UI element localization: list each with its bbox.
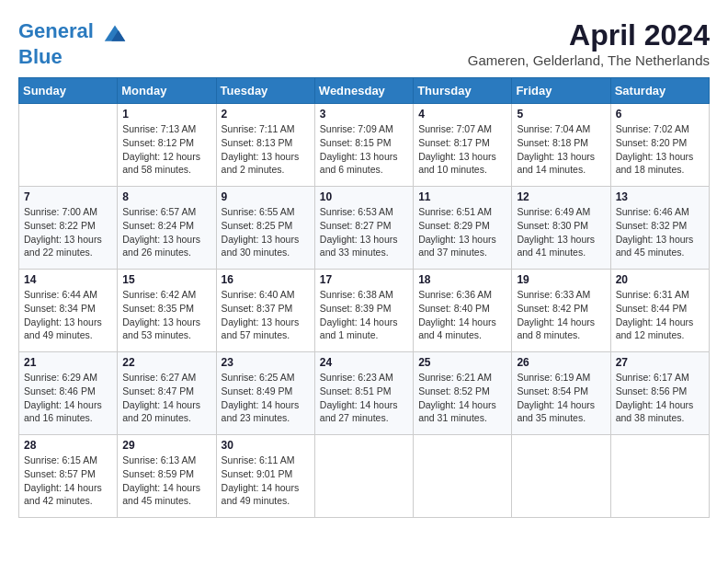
- day-info: Sunrise: 6:36 AM Sunset: 8:40 PM Dayligh…: [418, 288, 506, 342]
- calendar-cell: 25Sunrise: 6:21 AM Sunset: 8:52 PM Dayli…: [414, 352, 512, 435]
- calendar-cell: 27Sunrise: 6:17 AM Sunset: 8:56 PM Dayli…: [610, 352, 709, 435]
- logo-text: General: [18, 18, 129, 46]
- calendar-cell: 10Sunrise: 6:53 AM Sunset: 8:27 PM Dayli…: [314, 187, 413, 270]
- calendar-cell: [414, 435, 512, 518]
- day-number: 6: [616, 108, 704, 121]
- day-number: 1: [122, 108, 210, 121]
- logo: General Blue: [18, 18, 129, 68]
- day-info: Sunrise: 6:27 AM Sunset: 8:47 PM Dayligh…: [122, 371, 210, 425]
- calendar-cell: 23Sunrise: 6:25 AM Sunset: 8:49 PM Dayli…: [216, 352, 314, 435]
- weekday-header-friday: Friday: [512, 78, 610, 104]
- day-number: 21: [24, 356, 112, 369]
- day-number: 17: [320, 273, 408, 286]
- day-info: Sunrise: 7:04 AM Sunset: 8:18 PM Dayligh…: [517, 122, 605, 177]
- day-info: Sunrise: 6:38 AM Sunset: 8:39 PM Dayligh…: [320, 288, 408, 342]
- weekday-header-sunday: Sunday: [19, 78, 118, 104]
- title-block: April 2024 Gameren, Gelderland, The Neth…: [468, 18, 710, 68]
- day-info: Sunrise: 7:09 AM Sunset: 8:15 PM Dayligh…: [320, 122, 408, 177]
- day-number: 13: [616, 190, 704, 203]
- day-info: Sunrise: 6:51 AM Sunset: 8:29 PM Dayligh…: [418, 205, 506, 259]
- calendar-table: SundayMondayTuesdayWednesdayThursdayFrid…: [18, 77, 710, 518]
- calendar-cell: 4Sunrise: 7:07 AM Sunset: 8:17 PM Daylig…: [414, 104, 512, 187]
- calendar-cell: 18Sunrise: 6:36 AM Sunset: 8:40 PM Dayli…: [414, 270, 512, 352]
- calendar-cell: 13Sunrise: 6:46 AM Sunset: 8:32 PM Dayli…: [610, 187, 709, 270]
- calendar-cell: 14Sunrise: 6:44 AM Sunset: 8:34 PM Dayli…: [19, 270, 118, 352]
- weekday-header-monday: Monday: [118, 78, 216, 104]
- day-number: 19: [517, 273, 605, 286]
- day-info: Sunrise: 6:46 AM Sunset: 8:32 PM Dayligh…: [616, 205, 704, 259]
- day-number: 14: [24, 273, 112, 286]
- day-info: Sunrise: 6:49 AM Sunset: 8:30 PM Dayligh…: [517, 205, 605, 259]
- day-number: 25: [418, 356, 506, 369]
- day-info: Sunrise: 6:19 AM Sunset: 8:54 PM Dayligh…: [517, 371, 605, 425]
- day-number: 12: [517, 190, 605, 203]
- calendar-cell: 9Sunrise: 6:55 AM Sunset: 8:25 PM Daylig…: [216, 187, 314, 270]
- day-info: Sunrise: 6:25 AM Sunset: 8:49 PM Dayligh…: [222, 371, 310, 425]
- calendar-cell: 24Sunrise: 6:23 AM Sunset: 8:51 PM Dayli…: [314, 352, 413, 435]
- calendar-cell: 29Sunrise: 6:13 AM Sunset: 8:59 PM Dayli…: [118, 435, 216, 518]
- calendar-cell: 11Sunrise: 6:51 AM Sunset: 8:29 PM Dayli…: [414, 187, 512, 270]
- day-number: 5: [517, 108, 605, 121]
- day-number: 7: [24, 190, 112, 203]
- calendar-cell: 1Sunrise: 7:13 AM Sunset: 8:12 PM Daylig…: [118, 104, 216, 187]
- day-info: Sunrise: 7:00 AM Sunset: 8:22 PM Dayligh…: [24, 205, 112, 259]
- calendar-week-1: 1Sunrise: 7:13 AM Sunset: 8:12 PM Daylig…: [19, 104, 710, 187]
- day-info: Sunrise: 7:07 AM Sunset: 8:17 PM Dayligh…: [418, 122, 506, 177]
- day-info: Sunrise: 6:33 AM Sunset: 8:42 PM Dayligh…: [517, 288, 605, 342]
- calendar-cell: 28Sunrise: 6:15 AM Sunset: 8:57 PM Dayli…: [19, 435, 118, 518]
- calendar-week-4: 21Sunrise: 6:29 AM Sunset: 8:46 PM Dayli…: [19, 352, 710, 435]
- day-info: Sunrise: 6:21 AM Sunset: 8:52 PM Dayligh…: [418, 371, 506, 425]
- calendar-week-3: 14Sunrise: 6:44 AM Sunset: 8:34 PM Dayli…: [19, 270, 710, 352]
- day-info: Sunrise: 6:57 AM Sunset: 8:24 PM Dayligh…: [122, 205, 210, 259]
- day-info: Sunrise: 6:11 AM Sunset: 9:01 PM Dayligh…: [222, 454, 310, 508]
- calendar-cell: 12Sunrise: 6:49 AM Sunset: 8:30 PM Dayli…: [512, 187, 610, 270]
- calendar-cell: 22Sunrise: 6:27 AM Sunset: 8:47 PM Dayli…: [118, 352, 216, 435]
- day-number: 22: [122, 356, 210, 369]
- calendar-cell: 6Sunrise: 7:02 AM Sunset: 8:20 PM Daylig…: [610, 104, 709, 187]
- day-number: 30: [222, 439, 310, 452]
- calendar-cell: 21Sunrise: 6:29 AM Sunset: 8:46 PM Dayli…: [19, 352, 118, 435]
- day-info: Sunrise: 6:42 AM Sunset: 8:35 PM Dayligh…: [122, 288, 210, 342]
- day-info: Sunrise: 6:15 AM Sunset: 8:57 PM Dayligh…: [24, 454, 112, 508]
- day-info: Sunrise: 6:17 AM Sunset: 8:56 PM Dayligh…: [616, 371, 704, 425]
- calendar-cell: [19, 104, 118, 187]
- weekday-header-saturday: Saturday: [610, 78, 709, 104]
- day-number: 9: [222, 190, 310, 203]
- day-info: Sunrise: 6:44 AM Sunset: 8:34 PM Dayligh…: [24, 288, 112, 342]
- day-info: Sunrise: 6:31 AM Sunset: 8:44 PM Dayligh…: [616, 288, 704, 342]
- day-number: 18: [418, 273, 506, 286]
- weekday-header-wednesday: Wednesday: [314, 78, 413, 104]
- weekday-header-tuesday: Tuesday: [216, 78, 314, 104]
- calendar-cell: 15Sunrise: 6:42 AM Sunset: 8:35 PM Dayli…: [118, 270, 216, 352]
- calendar-cell: 5Sunrise: 7:04 AM Sunset: 8:18 PM Daylig…: [512, 104, 610, 187]
- day-number: 11: [418, 190, 506, 203]
- calendar-cell: 30Sunrise: 6:11 AM Sunset: 9:01 PM Dayli…: [216, 435, 314, 518]
- day-info: Sunrise: 6:55 AM Sunset: 8:25 PM Dayligh…: [222, 205, 310, 259]
- day-number: 27: [616, 356, 704, 369]
- calendar-cell: [512, 435, 610, 518]
- calendar-cell: 17Sunrise: 6:38 AM Sunset: 8:39 PM Dayli…: [314, 270, 413, 352]
- day-number: 24: [320, 356, 408, 369]
- calendar-cell: 20Sunrise: 6:31 AM Sunset: 8:44 PM Dayli…: [610, 270, 709, 352]
- calendar-cell: 8Sunrise: 6:57 AM Sunset: 8:24 PM Daylig…: [118, 187, 216, 270]
- calendar-cell: [610, 435, 709, 518]
- calendar-cell: 3Sunrise: 7:09 AM Sunset: 8:15 PM Daylig…: [314, 104, 413, 187]
- location: Gameren, Gelderland, The Netherlands: [468, 52, 710, 68]
- day-info: Sunrise: 7:11 AM Sunset: 8:13 PM Dayligh…: [222, 122, 310, 177]
- day-info: Sunrise: 6:13 AM Sunset: 8:59 PM Dayligh…: [122, 454, 210, 508]
- day-info: Sunrise: 7:02 AM Sunset: 8:20 PM Dayligh…: [616, 122, 704, 177]
- day-number: 4: [418, 108, 506, 121]
- weekday-header-thursday: Thursday: [414, 78, 512, 104]
- month-year: April 2024: [468, 18, 710, 52]
- day-info: Sunrise: 6:53 AM Sunset: 8:27 PM Dayligh…: [320, 205, 408, 259]
- calendar-cell: 19Sunrise: 6:33 AM Sunset: 8:42 PM Dayli…: [512, 270, 610, 352]
- page-header: General Blue April 2024 Gameren, Gelderl…: [18, 18, 710, 68]
- day-number: 15: [122, 273, 210, 286]
- day-number: 10: [320, 190, 408, 203]
- calendar-week-2: 7Sunrise: 7:00 AM Sunset: 8:22 PM Daylig…: [19, 187, 710, 270]
- day-number: 3: [320, 108, 408, 121]
- logo-blue: Blue: [18, 46, 129, 68]
- day-info: Sunrise: 6:40 AM Sunset: 8:37 PM Dayligh…: [222, 288, 310, 342]
- calendar-cell: 2Sunrise: 7:11 AM Sunset: 8:13 PM Daylig…: [216, 104, 314, 187]
- calendar-cell: [314, 435, 413, 518]
